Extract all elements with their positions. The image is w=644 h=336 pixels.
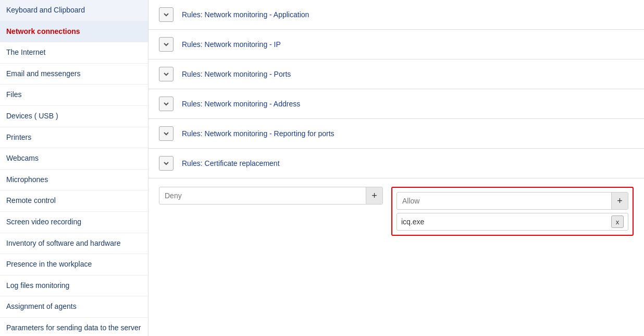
sidebar-item-network-connections[interactable]: Network connections [0,21,148,43]
deny-input-row: + [159,187,383,205]
sidebar-item-keyboard-clipboard[interactable]: Keyboard and Clipboard [0,0,148,21]
sidebar-item-assignment-agents[interactable]: Assignment of agents [0,296,148,318]
allow-add-button[interactable]: + [611,193,628,209]
section-title-rules-address: Rules: Network monitoring - Address [182,100,300,108]
sidebar-item-files[interactable]: Files [0,85,148,106]
chevron-icon-rules-address[interactable] [159,97,174,111]
section-row-rules-ports[interactable]: Rules: Network monitoring - Ports [148,59,644,89]
sidebar-item-microphones[interactable]: Microphones [0,170,148,191]
sidebar-item-devices-usb[interactable]: Devices ( USB ) [0,106,148,127]
sidebar-item-screen-video[interactable]: Screen video recording [0,212,148,233]
section-row-rules-ip[interactable]: Rules: Network monitoring - IP [148,30,644,59]
section-title-rules-certificate: Rules: Certificate replacement [182,159,280,167]
sections-container: Rules: Network monitoring - ApplicationR… [148,0,644,178]
sidebar: Keyboard and ClipboardNetwork connection… [0,0,148,336]
sidebar-item-remote-control[interactable]: Remote control [0,190,148,212]
section-title-rules-reporting: Rules: Network monitoring - Reporting fo… [182,129,335,138]
sidebar-item-params-sending[interactable]: Parameters for sending data to the serve… [0,318,148,336]
chevron-icon-rules-reporting[interactable] [159,126,174,141]
section-row-rules-reporting[interactable]: Rules: Network monitoring - Reporting fo… [148,119,644,149]
allow-box: + icq.exex [391,187,634,236]
chevron-icon-rules-ip[interactable] [159,37,174,52]
tag-remove-button-tag-icq[interactable]: x [611,215,624,228]
sidebar-item-printers[interactable]: Printers [0,127,148,149]
deny-input[interactable] [159,188,366,203]
sidebar-item-the-internet[interactable]: The Internet [0,42,148,64]
tag-row-tag-icq: icq.exex [397,213,628,231]
sidebar-item-presence[interactable]: Presence in the workplace [0,254,148,275]
sidebar-item-webcams[interactable]: Webcams [0,148,148,170]
chevron-icon-rules-ports[interactable] [159,67,174,81]
main-content: Rules: Network monitoring - ApplicationR… [148,0,644,336]
chevron-icon-rules-app[interactable] [159,7,174,22]
section-title-rules-ip: Rules: Network monitoring - IP [182,40,281,49]
deny-box: + [159,187,383,205]
allow-input[interactable] [397,193,611,209]
sidebar-item-inventory[interactable]: Inventory of software and hardware [0,233,148,255]
deny-add-button[interactable]: + [366,187,382,204]
section-title-rules-app: Rules: Network monitoring - Application [182,10,309,19]
sidebar-item-log-files[interactable]: Log files monitoring [0,275,148,297]
tag-label-tag-icq: icq.exe [401,218,424,226]
section-row-rules-app[interactable]: Rules: Network monitoring - Application [148,0,644,30]
section-row-rules-address[interactable]: Rules: Network monitoring - Address [148,89,644,119]
section-title-rules-ports: Rules: Network monitoring - Ports [182,70,291,78]
section-row-rules-certificate[interactable]: Rules: Certificate replacement [148,149,644,178]
chevron-icon-rules-certificate[interactable] [159,156,174,171]
sidebar-item-email-messengers[interactable]: Email and messengers [0,64,148,85]
rules-bottom: + + icq.exex [148,178,644,244]
allow-input-row: + [397,192,628,210]
tags-container: icq.exex [397,213,628,231]
